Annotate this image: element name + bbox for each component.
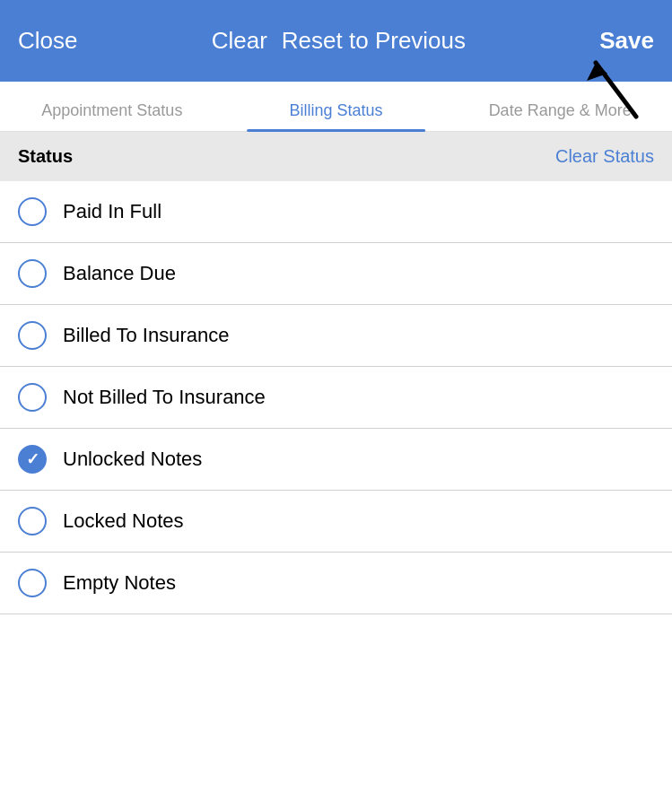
list-item[interactable]: Locked Notes: [0, 491, 672, 553]
tab-billing-status[interactable]: Billing Status: [224, 91, 449, 131]
clear-button[interactable]: Clear: [212, 27, 267, 55]
reset-to-previous-button[interactable]: Reset to Previous: [282, 27, 466, 55]
status-label: Empty Notes: [63, 571, 176, 595]
status-label: Unlocked Notes: [63, 448, 202, 471]
radio-empty-notes[interactable]: [18, 569, 47, 597]
svg-marker-1: [587, 63, 607, 81]
tab-date-range[interactable]: Date Range & More: [448, 91, 672, 131]
status-label: Locked Notes: [63, 509, 184, 533]
header-center-actions: Clear Reset to Previous: [212, 27, 466, 55]
tabs-row: Appointment Status Billing Status Date R…: [0, 82, 672, 132]
radio-paid-in-full[interactable]: [18, 197, 47, 226]
list-item[interactable]: Balance Due: [0, 243, 672, 305]
list-item[interactable]: Billed To Insurance: [0, 305, 672, 367]
section-title: Status: [18, 146, 73, 167]
status-label: Paid In Full: [63, 200, 161, 223]
list-item[interactable]: Empty Notes: [0, 553, 672, 614]
status-list: Paid In Full Balance Due Billed To Insur…: [0, 181, 672, 614]
radio-balance-due[interactable]: [18, 259, 47, 288]
close-button[interactable]: Close: [18, 27, 77, 55]
list-item[interactable]: Not Billed To Insurance: [0, 367, 672, 429]
list-item[interactable]: ✓ Unlocked Notes: [0, 429, 672, 491]
header: Close Clear Reset to Previous Save: [0, 0, 672, 82]
section-header: Status Clear Status: [0, 132, 672, 181]
status-label: Not Billed To Insurance: [63, 386, 266, 409]
tab-appointment-status[interactable]: Appointment Status: [0, 91, 224, 131]
list-item[interactable]: Paid In Full: [0, 181, 672, 243]
radio-billed-to-insurance[interactable]: [18, 321, 47, 350]
radio-unlocked-notes[interactable]: ✓: [18, 445, 47, 474]
radio-locked-notes[interactable]: [18, 507, 47, 535]
status-label: Balance Due: [63, 262, 176, 285]
save-button[interactable]: Save: [599, 27, 654, 55]
status-label: Billed To Insurance: [63, 324, 230, 347]
radio-not-billed-to-insurance[interactable]: [18, 383, 47, 412]
checkmark-icon: ✓: [26, 451, 39, 467]
clear-status-button[interactable]: Clear Status: [555, 146, 654, 167]
